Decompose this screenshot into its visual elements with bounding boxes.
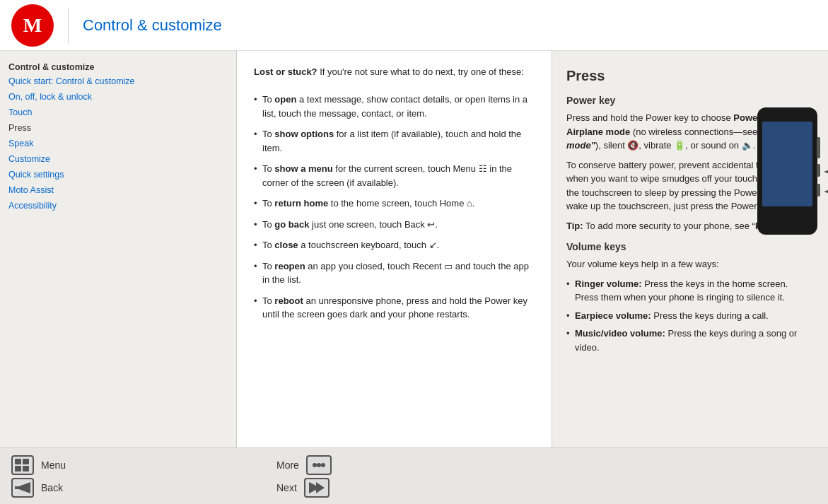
more-label: More bbox=[276, 459, 299, 471]
volume-item-earpiece: Earpiece volume: Press the keys during a… bbox=[566, 309, 814, 323]
phone-screen bbox=[762, 122, 812, 206]
volume-down-button bbox=[817, 184, 820, 197]
sidebar-item-quickstart[interactable]: Quick start: Control & customize bbox=[6, 74, 231, 89]
list-item: To go back just one screen, touch Back ↩… bbox=[254, 218, 535, 232]
svg-marker-2 bbox=[824, 187, 828, 196]
press-section-title: Press bbox=[566, 65, 814, 86]
svg-rect-4 bbox=[23, 459, 29, 464]
sidebar-section-title: Control & customize bbox=[6, 62, 231, 72]
vol-down-arrow-icon bbox=[824, 187, 828, 196]
back-button[interactable]: Back bbox=[11, 478, 248, 498]
power-key-title: Power key bbox=[566, 93, 814, 108]
vol-up-label-group: + bbox=[824, 164, 828, 179]
svg-rect-3 bbox=[15, 459, 21, 464]
vol-up-arrow-icon bbox=[824, 168, 828, 176]
logo-letter: M bbox=[23, 14, 42, 37]
right-panel: Press Power key Press and hold the Power… bbox=[552, 51, 828, 447]
sidebar-item-motoassist[interactable]: Moto Assist bbox=[6, 182, 231, 198]
next-label: Next bbox=[276, 482, 297, 493]
menu-icon bbox=[11, 455, 34, 475]
sidebar: Control & customize Quick start: Control… bbox=[0, 51, 237, 447]
svg-rect-5 bbox=[15, 466, 21, 471]
back-label: Back bbox=[41, 482, 63, 493]
motorola-logo: M bbox=[11, 4, 54, 47]
header: M Control & customize bbox=[0, 0, 828, 51]
volume-keys-title: Volume keys bbox=[566, 240, 814, 254]
svg-marker-1 bbox=[824, 168, 828, 176]
sidebar-item-customize[interactable]: Customize bbox=[6, 151, 231, 167]
phone-mockup: PowerKey + − bbox=[750, 107, 828, 242]
sidebar-item-press[interactable]: Press bbox=[6, 120, 231, 136]
volume-item-music: Music/video volume: Press the keys durin… bbox=[566, 327, 814, 354]
lost-or-stuck-heading: Lost or stuck? bbox=[254, 66, 317, 77]
vol-down-label-group: − bbox=[824, 184, 828, 199]
list-item: To show a menu for the current screen, t… bbox=[254, 162, 535, 189]
center-panel: Lost or stuck? If you're not sure what t… bbox=[237, 51, 552, 447]
back-icon bbox=[11, 478, 34, 498]
next-button[interactable]: Next bbox=[276, 478, 332, 498]
volume-up-button bbox=[817, 164, 820, 177]
list-item: To show options for a list item (if avai… bbox=[254, 127, 535, 155]
tip-label: Tip: bbox=[566, 221, 583, 231]
menu-label: Menu bbox=[41, 459, 66, 471]
list-item: To reopen an app you closed, touch Recen… bbox=[254, 259, 535, 287]
volume-list: Ringer volume: Press the keys in the hom… bbox=[566, 277, 814, 355]
next-icon bbox=[304, 478, 330, 498]
center-intro: Lost or stuck? If you're not sure what t… bbox=[254, 65, 535, 79]
sidebar-item-speak[interactable]: Speak bbox=[6, 136, 231, 151]
list-item: To reboot an unresponsive phone, press a… bbox=[254, 294, 535, 322]
svg-point-11 bbox=[321, 463, 325, 467]
sidebar-item-touch[interactable]: Touch bbox=[6, 105, 231, 120]
volume-keys-desc: Your volume keys help in a few ways: bbox=[566, 257, 814, 271]
svg-point-10 bbox=[317, 463, 321, 467]
menu-button[interactable]: Menu bbox=[11, 455, 248, 475]
center-list: To open a text message, show contact det… bbox=[254, 93, 535, 322]
svg-rect-6 bbox=[23, 466, 29, 471]
list-item: To close a touchscreen keyboard, touch ↙… bbox=[254, 238, 535, 252]
list-item: To open a text message, show contact det… bbox=[254, 93, 535, 120]
svg-rect-8 bbox=[15, 486, 26, 489]
bottom-right-nav: More Next bbox=[276, 455, 332, 498]
header-divider bbox=[68, 8, 69, 43]
sidebar-item-onoff[interactable]: On, off, lock & unlock bbox=[6, 89, 231, 105]
center-intro-text: If you're not sure what to do next, try … bbox=[320, 66, 524, 77]
bottom-left-nav: Menu Back bbox=[11, 455, 248, 498]
sidebar-item-quicksettings[interactable]: Quick settings bbox=[6, 167, 231, 182]
more-button[interactable]: More bbox=[276, 455, 332, 475]
more-icon bbox=[306, 455, 332, 475]
svg-marker-13 bbox=[316, 482, 325, 493]
list-item: To return home to the home screen, touch… bbox=[254, 197, 535, 211]
main-content: Control & customize Quick start: Control… bbox=[0, 51, 828, 447]
bottom-bar: Menu Back More Next bbox=[0, 447, 828, 504]
power-button bbox=[817, 137, 820, 158]
phone-body bbox=[757, 107, 817, 235]
volume-item-ringer: Ringer volume: Press the keys in the hom… bbox=[566, 277, 814, 305]
sidebar-item-accessibility[interactable]: Accessibility bbox=[6, 198, 231, 213]
page-title: Control & customize bbox=[83, 16, 222, 35]
svg-point-9 bbox=[313, 463, 317, 467]
